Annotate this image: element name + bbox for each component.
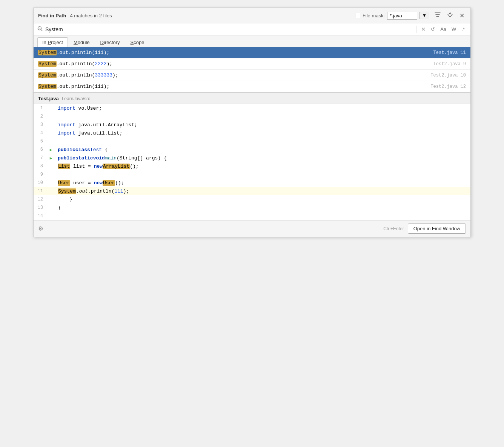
result-row[interactable]: System.out.println(111); Test2.java 12	[34, 81, 470, 92]
whole-word-button[interactable]: W	[450, 26, 458, 33]
regex-button[interactable]: .*	[459, 26, 467, 33]
preview-header: Test.java LearnJava/src	[34, 93, 470, 104]
svg-line-1	[41, 29, 43, 31]
code-line: 3 import java.util.ArrayList;	[34, 121, 470, 129]
panel-title: Find in Path	[38, 13, 66, 18]
result-file-ref: Test2.java 9	[433, 61, 466, 67]
clear-search-button[interactable]: ✕	[419, 26, 427, 33]
match-highlight: System	[38, 50, 57, 55]
preview-path: LearnJava/src	[62, 96, 90, 101]
result-code: System.out.println(111);	[38, 50, 430, 55]
find-in-path-panel: Find in Path 4 matches in 2 files File m…	[33, 8, 471, 237]
result-row[interactable]: System.out.println(333333); Test2.java 1…	[34, 70, 470, 81]
code-line: 1 import vo.User;	[34, 104, 470, 112]
match-highlight: System	[38, 61, 57, 67]
results-list: System.out.println(111); Test.java 11 Sy…	[34, 47, 470, 93]
search-input[interactable]	[45, 26, 414, 32]
open-in-find-window-button[interactable]: Open in Find Window	[408, 224, 466, 234]
filter-icon[interactable]	[433, 11, 442, 20]
search-bar: ✕ ↺ Aa W .*	[34, 23, 470, 35]
code-line: 10 User user = new User();	[34, 179, 470, 187]
matches-count: 4 matches in 2 files	[70, 13, 351, 18]
result-row[interactable]: System.out.println(111); Test.java 11	[34, 47, 470, 58]
file-mask-checkbox[interactable]	[355, 13, 360, 18]
code-line: 6 ▶ public class Test {	[34, 145, 470, 154]
result-code: System.out.println(111);	[38, 84, 427, 89]
match-highlight: System	[38, 84, 57, 89]
code-line-highlighted: 11 System.out.println(111);	[34, 187, 470, 195]
result-code: System.out.println(333333);	[38, 72, 427, 78]
result-code: System.out.println(2222);	[38, 61, 430, 67]
close-icon[interactable]: ✕	[458, 11, 466, 20]
tab-scope[interactable]: Scope	[126, 37, 149, 47]
file-mask-section: File mask: ▼	[355, 12, 429, 20]
code-line: 2	[34, 112, 470, 121]
file-mask-input[interactable]	[387, 12, 417, 20]
search-history-button[interactable]: ↺	[429, 26, 437, 33]
code-line: 13 }	[34, 204, 470, 212]
tab-in-project[interactable]: In Project	[37, 37, 68, 47]
file-mask-dropdown[interactable]: ▼	[419, 12, 429, 19]
code-line: 7 ▶ public static void main(String[] arg…	[34, 154, 470, 162]
match-case-button[interactable]: Aa	[438, 26, 448, 33]
code-view: 1 import vo.User; 2 3 import java.util.A…	[34, 104, 470, 220]
header-bar: Find in Path 4 matches in 2 files File m…	[34, 8, 470, 23]
pin-icon[interactable]	[446, 11, 454, 20]
match-highlight: System	[38, 72, 57, 78]
search-icon	[37, 26, 43, 33]
result-file-ref: Test2.java 10	[430, 73, 466, 78]
code-line: 12 }	[34, 195, 470, 204]
code-line: 8 List list = new ArrayList();	[34, 162, 470, 170]
tab-module[interactable]: Module	[69, 37, 95, 47]
footer-shortcut: Ctrl+Enter	[383, 226, 404, 231]
gear-icon[interactable]: ⚙	[38, 225, 43, 232]
result-row[interactable]: System.out.println(2222); Test2.java 9	[34, 58, 470, 70]
code-line: 4 import java.util.List;	[34, 129, 470, 137]
footer-bar: ⚙ Ctrl+Enter Open in Find Window	[34, 220, 470, 237]
code-line: 14	[34, 212, 470, 220]
code-line: 9	[34, 170, 470, 179]
scope-tabs: In Project Module Directory Scope	[34, 35, 470, 47]
search-controls: ✕ ↺ Aa W .*	[416, 26, 467, 33]
result-file-ref: Test2.java 12	[430, 84, 466, 89]
preview-filename: Test.java	[38, 96, 59, 101]
result-file-ref: Test.java 11	[433, 50, 466, 55]
tab-directory[interactable]: Directory	[95, 37, 125, 47]
code-line: 5	[34, 137, 470, 145]
file-mask-label-text: File mask:	[363, 13, 385, 18]
